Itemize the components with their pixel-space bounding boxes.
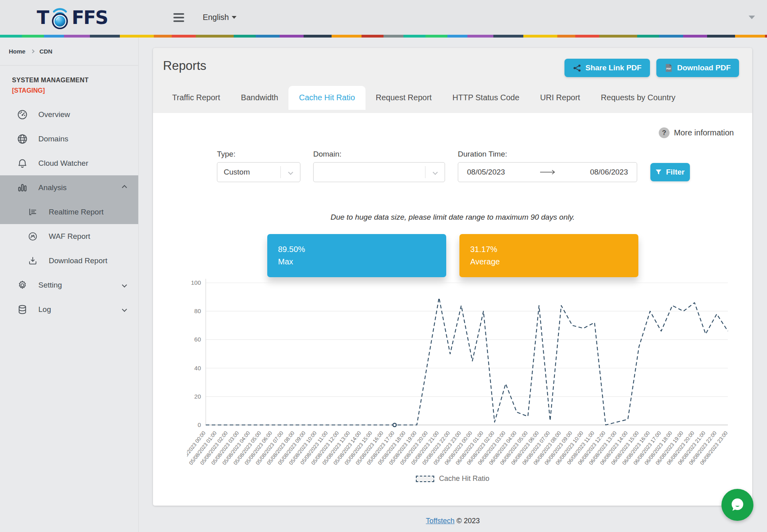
sidebar-item-label: Log	[38, 305, 51, 314]
svg-text:PDF: PDF	[666, 67, 671, 70]
sidebar-item-label: Download Report	[49, 256, 107, 265]
sidebar-item-realtime-report[interactable]: Realtime Report	[0, 200, 138, 224]
sidebar-item-waf-report[interactable]: WAF Report	[0, 224, 138, 248]
tab-uri-report[interactable]: URI Report	[530, 86, 590, 110]
chart-legend: Cache Hit Ratio	[153, 474, 752, 483]
chevron-down-icon	[288, 170, 293, 175]
footer-link[interactable]: Toffstech	[426, 517, 455, 525]
footer: Toffstech © 2023	[139, 517, 767, 525]
domain-value-redacted	[320, 168, 402, 177]
globe-icon	[17, 133, 28, 145]
type-label: Type:	[217, 150, 300, 159]
more-information-link[interactable]: ? More information	[659, 127, 734, 138]
tab-request-report[interactable]: Request Report	[366, 86, 442, 110]
share-nodes-icon	[573, 64, 581, 72]
active-section-highlight: Analysis Realtime Report	[0, 175, 138, 224]
sidebar-item-overview[interactable]: Overview	[0, 102, 138, 127]
stat-label: Average	[470, 257, 638, 266]
gauge-icon	[17, 109, 28, 120]
user-menu[interactable]	[670, 0, 755, 35]
reports-panel: Reports Share Link PDF PDF Download PDF	[153, 48, 752, 506]
domain-label: Domain:	[313, 150, 445, 159]
stat-label: Max	[278, 257, 446, 266]
sidebar-item-log[interactable]: Log	[0, 297, 138, 322]
svg-text:80: 80	[194, 308, 201, 314]
sidebar-menu: Overview Domains Cloud Watcher	[0, 102, 138, 322]
breadcrumb-home[interactable]: Home	[9, 48, 26, 55]
sidebar-item-setting[interactable]: Setting	[0, 273, 138, 297]
type-select[interactable]: Custom	[217, 162, 300, 182]
svg-text:20: 20	[194, 393, 201, 400]
legend-label: Cache Hit Ratio	[439, 474, 489, 483]
gear-icon	[17, 280, 28, 291]
language-label: English	[203, 13, 229, 22]
main-area: Reports Share Link PDF PDF Download PDF	[139, 38, 767, 532]
menu-toggle-icon[interactable]	[173, 13, 184, 22]
chevron-down-icon	[122, 307, 127, 312]
download-pdf-button[interactable]: PDF Download PDF	[656, 59, 739, 77]
logo-text-left: T	[37, 7, 48, 28]
breadcrumb: Home CDN	[0, 38, 138, 66]
tab-traffic-report[interactable]: Traffic Report	[162, 86, 230, 110]
sidebar-item-label: Overview	[38, 110, 70, 119]
cache-hit-ratio-chart[interactable]: 02040608010005/08/2023 00:0005/08/2023 0…	[187, 273, 738, 474]
user-email-redacted	[670, 13, 741, 22]
caret-down-icon	[232, 16, 236, 19]
date-range-input[interactable]: 08/05/2023 08/06/2023	[458, 162, 637, 182]
date-range-note: Due to huge data size, please limit date…	[153, 213, 752, 222]
average-stat-card: 31.17% Average	[459, 234, 638, 277]
chat-widget-button[interactable]	[721, 489, 753, 521]
share-link-pdf-button[interactable]: Share Link PDF	[564, 59, 650, 77]
language-selector[interactable]: English	[203, 13, 236, 22]
flame-icon	[27, 231, 38, 242]
sidebar-item-label: WAF Report	[49, 232, 90, 241]
caret-down-icon	[749, 16, 755, 19]
filter-bar: Type: Custom Domain: Duration T	[217, 150, 690, 182]
environment-badge: [STAGING]	[12, 87, 138, 94]
page-title: Reports	[163, 59, 207, 73]
toffs-logo[interactable]: T FFS	[37, 6, 107, 30]
sidebar-item-label: Realtime Report	[49, 208, 103, 216]
top-header: T FFS English	[0, 0, 767, 35]
sidebar-section-title: SYSTEM MANAGEMENT	[12, 77, 138, 84]
lens-icon	[49, 6, 71, 30]
date-from[interactable]: 08/05/2023	[467, 168, 505, 177]
logo-text-right: FFS	[72, 7, 107, 28]
bell-icon	[17, 158, 28, 169]
arrow-right-icon	[505, 169, 590, 175]
domain-select[interactable]	[313, 162, 445, 182]
filter-button[interactable]: Filter	[650, 163, 690, 181]
chevron-up-icon	[122, 185, 127, 190]
sidebar-item-analysis[interactable]: Analysis	[0, 175, 138, 200]
duration-label: Duration Time:	[458, 150, 637, 159]
sidebar-item-label: Cloud Watcher	[38, 159, 88, 168]
sidebar-item-download-report[interactable]: Download Report	[0, 248, 138, 273]
download-icon	[27, 255, 38, 266]
bar-chart-icon	[17, 182, 28, 193]
stat-value: 31.17%	[470, 245, 638, 254]
funnel-icon	[656, 169, 662, 175]
tab-cache-hit-ratio[interactable]: Cache Hit Ratio	[288, 86, 365, 110]
chevron-down-icon	[122, 282, 127, 288]
chat-bubble-icon	[728, 496, 747, 514]
sidebar-item-domains[interactable]: Domains	[0, 127, 138, 151]
svg-text:60: 60	[194, 336, 201, 343]
tab-bandwidth[interactable]: Bandwidth	[230, 86, 288, 110]
sidebar-item-label: Setting	[38, 281, 62, 290]
sidebar-item-cloud-watcher[interactable]: Cloud Watcher	[0, 151, 138, 175]
tab-content: ? More information Type: Custom Domain:	[153, 113, 752, 506]
tab-http-status-code[interactable]: HTTP Status Code	[442, 86, 530, 110]
stat-cards: 89.50% Max 31.17% Average	[267, 234, 638, 277]
max-stat-card: 89.50% Max	[267, 234, 446, 277]
stat-value: 89.50%	[278, 245, 446, 254]
svg-text:40: 40	[194, 365, 201, 371]
date-to[interactable]: 08/06/2023	[590, 168, 628, 177]
report-tabs: Traffic Report Bandwidth Cache Hit Ratio…	[162, 86, 686, 110]
database-icon	[17, 304, 28, 315]
sidebar-item-label: Domains	[38, 135, 68, 143]
list-icon	[27, 206, 38, 218]
rainbow-divider	[0, 35, 767, 38]
tab-requests-by-country[interactable]: Requests by Country	[590, 86, 686, 110]
breadcrumb-current: CDN	[40, 48, 53, 55]
sidebar-item-label: Analysis	[38, 183, 67, 192]
